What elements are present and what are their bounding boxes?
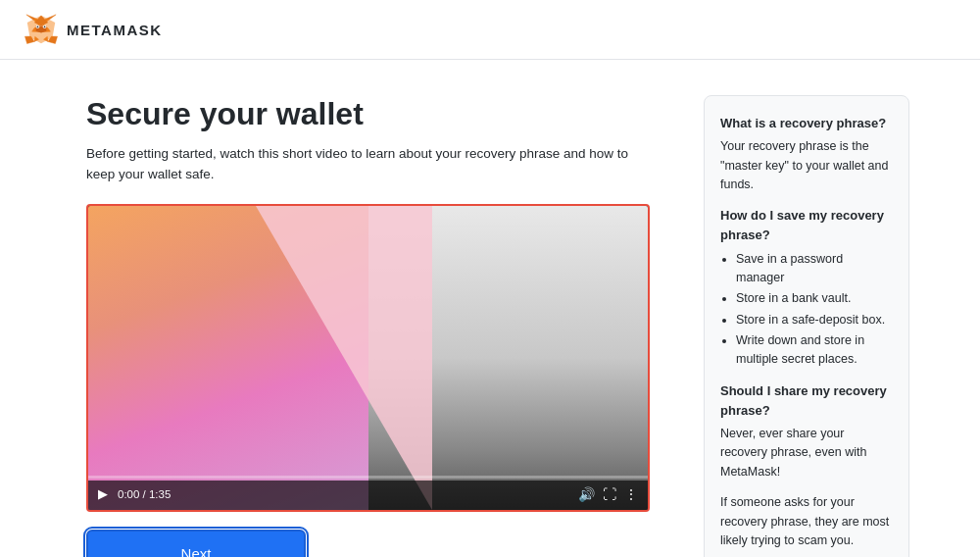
more-options-icon[interactable]: ⋮ — [624, 486, 638, 502]
logo-text: METAMASK — [67, 22, 163, 38]
q3-text1: Never, ever share your recovery phrase, … — [720, 425, 893, 481]
video-triangle — [256, 206, 432, 510]
play-button[interactable]: ▶ — [98, 486, 108, 501]
svg-point-11 — [44, 25, 46, 27]
info-sidebar: What is a recovery phrase? Your recovery… — [704, 95, 909, 557]
video-container: ▶ 0:00 / 1:35 🔊 ⛶ ⋮ — [86, 204, 650, 512]
video-frame — [88, 206, 648, 510]
svg-point-10 — [37, 25, 39, 27]
list-item: Write down and store in multiple secret … — [736, 331, 893, 370]
list-item: Store in a bank vault. — [736, 289, 893, 308]
volume-icon[interactable]: 🔊 — [578, 486, 595, 502]
main-content: Secure your wallet Before getting starte… — [0, 60, 980, 557]
page-title: Secure your wallet — [86, 95, 664, 132]
next-button[interactable]: Next — [86, 530, 306, 557]
q3-heading: Should I share my recovery phrase? — [720, 381, 893, 421]
page-subtitle: Before getting started, watch this short… — [86, 144, 645, 184]
q1-heading: What is a recovery phrase? — [720, 114, 893, 133]
fullscreen-icon[interactable]: ⛶ — [603, 486, 616, 502]
video-controls: ▶ 0:00 / 1:35 🔊 ⛶ ⋮ — [88, 481, 648, 510]
progress-bar-background — [88, 476, 648, 479]
video-time: 0:00 / 1:35 — [118, 488, 171, 500]
metamask-logo-icon — [24, 14, 59, 45]
list-item: Save in a password manager — [736, 250, 893, 288]
left-section: Secure your wallet Before getting starte… — [86, 95, 664, 557]
q1-text: Your recovery phrase is the "master key"… — [720, 137, 893, 194]
list-item: Store in a safe-deposit box. — [736, 311, 893, 329]
header: METAMASK — [0, 0, 980, 60]
q3-text2: If someone asks for your recovery phrase… — [720, 493, 893, 550]
q2-heading: How do I save my recovery phrase? — [720, 206, 893, 245]
q2-list: Save in a password manager Store in a ba… — [720, 250, 893, 370]
